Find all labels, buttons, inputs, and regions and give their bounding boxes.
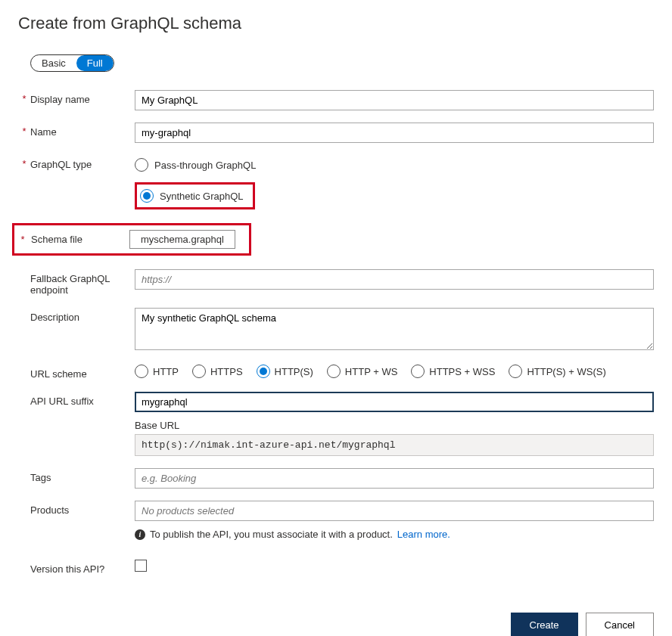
label-version-api: Version this API? — [30, 560, 135, 575]
radio-http-ws[interactable] — [327, 365, 341, 378]
required-marker: * — [18, 155, 30, 169]
toggle-basic[interactable]: Basic — [31, 55, 76, 71]
description-input[interactable] — [135, 308, 654, 350]
label-description: Description — [30, 308, 135, 323]
label-base-url: Base URL — [135, 420, 654, 431]
required-marker: * — [14, 234, 31, 245]
label-fallback-endpoint: Fallback GraphQL endpoint — [30, 269, 135, 296]
fallback-endpoint-input[interactable] — [135, 269, 654, 290]
page-title: Create from GraphQL schema — [18, 14, 654, 33]
tags-input[interactable] — [135, 468, 654, 489]
products-input[interactable]: No products selected — [135, 501, 654, 521]
radio-synthetic-label[interactable]: Synthetic GraphQL — [160, 191, 244, 202]
label-name: Name — [30, 123, 135, 138]
radio-https-wss[interactable] — [411, 365, 425, 378]
radio-http-label[interactable]: HTTP — [153, 366, 179, 377]
radio-passthrough-label[interactable]: Pass-through GraphQL — [154, 160, 256, 171]
radio-https-label[interactable]: HTTPS — [210, 366, 243, 377]
radio-http-s-ws-s[interactable] — [509, 365, 522, 378]
label-graphql-type: GraphQL type — [30, 155, 135, 170]
version-checkbox[interactable] — [135, 560, 147, 572]
label-api-url-suffix: API URL suffix — [30, 392, 135, 407]
synthetic-highlight: Synthetic GraphQL — [135, 182, 255, 209]
schema-file-input[interactable]: myschema.graphql — [129, 230, 235, 249]
radio-https-wss-label[interactable]: HTTPS + WSS — [429, 366, 495, 377]
learn-more-link[interactable]: Learn more. — [397, 529, 450, 540]
info-icon: i — [135, 529, 145, 540]
cancel-button[interactable]: Cancel — [586, 613, 654, 636]
radio-http-s[interactable] — [257, 365, 270, 378]
label-schema-file: Schema file — [31, 234, 129, 245]
display-name-input[interactable] — [135, 90, 654, 110]
radio-http-ws-label[interactable]: HTTP + WS — [345, 366, 397, 377]
required-marker: * — [18, 90, 30, 104]
basic-full-toggle[interactable]: Basic Full — [30, 54, 114, 72]
toggle-full[interactable]: Full — [76, 55, 114, 71]
label-url-scheme: URL scheme — [30, 365, 135, 380]
radio-synthetic[interactable] — [140, 189, 154, 203]
name-input[interactable] — [135, 123, 654, 143]
radio-http-s-label[interactable]: HTTP(S) — [275, 366, 313, 377]
required-marker: * — [18, 123, 30, 137]
radio-http-s-ws-s-label[interactable]: HTTP(S) + WS(S) — [527, 366, 605, 377]
radio-passthrough[interactable] — [135, 158, 148, 172]
base-url-display: http(s)://nimak.int-azure-api.net/mygrap… — [135, 434, 654, 456]
publish-note-text: To publish the API, you must associate i… — [150, 529, 393, 540]
label-tags: Tags — [30, 468, 135, 483]
api-url-suffix-input[interactable] — [135, 392, 654, 412]
radio-http[interactable] — [135, 365, 148, 378]
label-display-name: Display name — [30, 90, 135, 105]
create-button[interactable]: Create — [511, 613, 578, 636]
radio-https[interactable] — [192, 365, 206, 378]
label-products: Products — [30, 501, 135, 516]
schema-file-highlight: * Schema file myschema.graphql — [12, 223, 251, 256]
